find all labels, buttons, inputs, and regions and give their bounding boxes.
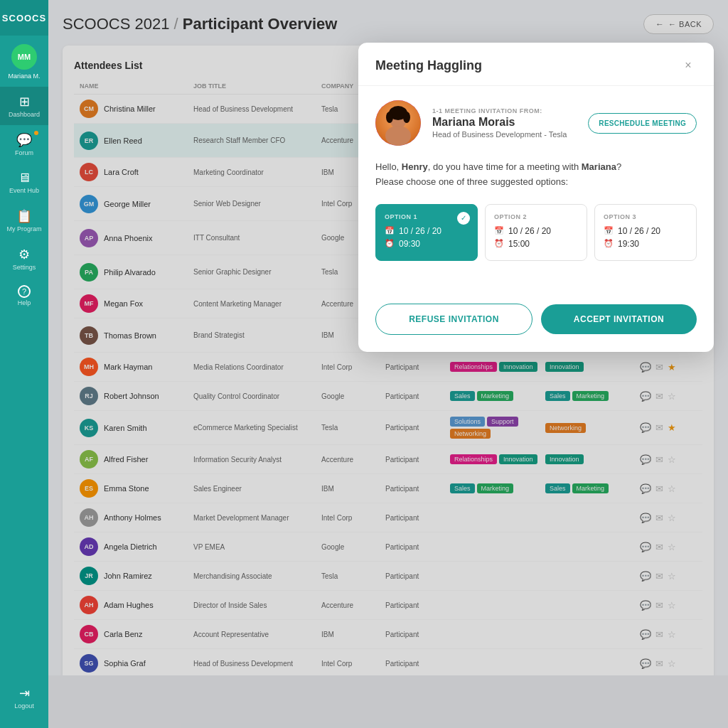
modal-overlay: Meeting Haggling × [48,0,728,728]
refuse-invitation-button[interactable]: REFUSE INVITATION [375,304,532,335]
options-row: OPTION 1 ✓ 📅 10 / 26 / 20 ⏰ 09:30 OPTION… [375,204,697,261]
inviter-name: Mariana Morais [432,116,577,129]
modal-footer: REFUSE INVITATION ACCEPT INVITATION [358,292,714,352]
modal-body: 1-1 MEETING INVITATION FROM: Mariana Mor… [358,86,714,292]
message-end: ? [616,161,621,172]
sidebar-item-label: Logout [14,702,34,710]
meeting-modal: Meeting Haggling × [358,43,714,352]
message-recipient: Henry [402,161,428,172]
modal-header: Meeting Haggling × [358,43,714,86]
accept-invitation-button[interactable]: ACCEPT INVITATION [541,304,697,334]
option-time: ⏰ 15:00 [494,239,578,249]
sidebar-item-label: My Program [6,225,41,232]
inviter-info: 1-1 MEETING INVITATION FROM: Mariana Mor… [432,107,577,139]
message-host: Mariana [582,161,616,172]
inviter-title: Head of Business Development - Tesla [432,130,577,139]
message-middle: , do you have time for a meeting with [428,161,582,172]
logout-icon: ⇥ [19,685,30,701]
modal-message: Hello, Henry, do you have time for a mee… [375,160,697,190]
sidebar-item-event-hub[interactable]: 🖥 Event Hub [0,164,48,201]
meeting-option-2[interactable]: OPTION 2 📅 10 / 26 / 20 ⏰ 15:00 [485,204,587,261]
option-time: ⏰ 19:30 [604,239,687,249]
meeting-option-3[interactable]: OPTION 3 📅 10 / 26 / 20 ⏰ 19:30 [594,204,697,261]
help-icon: ? [18,285,31,298]
option-date: 📅 10 / 26 / 20 [385,226,469,236]
notification-dot [34,131,38,135]
event-hub-icon: 🖥 [18,171,31,186]
svg-point-4 [386,112,393,123]
svg-point-5 [403,112,410,123]
forum-icon: 💬 [16,132,32,148]
svg-point-2 [385,126,411,146]
settings-icon: ⚙ [18,247,30,262]
sidebar-item-label: Event Hub [9,187,39,194]
message-line2: Please choose one of three suggested opt… [375,176,568,187]
option-date: 📅 10 / 26 / 20 [604,226,687,236]
invitation-label: 1-1 MEETING INVITATION FROM: [432,107,577,114]
option-date: 📅 10 / 26 / 20 [494,226,578,236]
modal-title: Meeting Haggling [375,58,482,73]
option-time: ⏰ 09:30 [385,239,469,249]
sidebar-item-label: Settings [13,264,36,271]
message-greeting: Hello, [375,161,402,172]
avatar: MM [11,44,37,70]
check-icon: ✓ [457,212,470,225]
inviter-avatar-svg [375,100,421,146]
sidebar-item-help[interactable]: ? Help [0,278,48,314]
my-program-icon: 📋 [16,208,32,224]
sidebar-item-label: Forum [15,149,33,156]
sidebar-item-settings[interactable]: ⚙ Settings [0,240,48,278]
modal-close-button[interactable]: × [680,57,697,74]
sidebar-bottom: ⇥ Logout [14,678,34,717]
calendar-icon: 📅 [494,226,504,235]
meeting-option-1[interactable]: OPTION 1 ✓ 📅 10 / 26 / 20 ⏰ 09:30 [375,204,478,261]
sidebar-logo: SCOOCS [0,0,48,36]
sidebar-item-dashboard[interactable]: ⊞ Dashboard [0,87,48,125]
clock-icon: ⏰ [604,239,614,248]
clock-icon: ⏰ [385,239,395,248]
sidebar-item-forum[interactable]: 💬 Forum [0,125,48,164]
inviter-photo [375,100,421,146]
sidebar-item-label: Help [18,299,31,306]
sidebar-item-label: Dashboard [9,111,40,118]
clock-icon: ⏰ [494,239,504,248]
sidebar-item-logout[interactable]: ⇥ Logout [14,678,34,717]
sidebar-item-my-program[interactable]: 📋 My Program [0,201,48,240]
calendar-icon: 📅 [604,226,614,235]
calendar-icon: 📅 [385,226,395,235]
option-label: OPTION 3 [604,213,687,220]
reschedule-button[interactable]: RESCHEDULE MEETING [588,113,697,134]
option-label: OPTION 1 [385,213,469,220]
sidebar: SCOOCS MM Mariana M. ⊞ Dashboard 💬 Forum… [0,0,48,728]
dashboard-icon: ⊞ [19,94,30,109]
sidebar-username: Mariana M. [8,73,40,80]
sidebar-nav: ⊞ Dashboard 💬 Forum 🖥 Event Hub 📋 My Pro… [0,87,48,678]
option-label: OPTION 2 [494,213,578,220]
inviter-section: 1-1 MEETING INVITATION FROM: Mariana Mor… [375,100,697,146]
